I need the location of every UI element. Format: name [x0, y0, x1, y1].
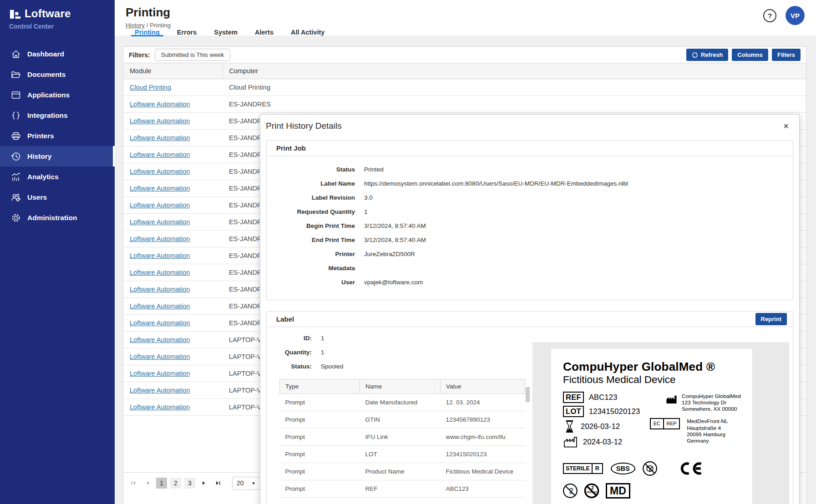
tab-all-activity[interactable]: All Activity [287, 29, 328, 36]
sidebar-item-administration[interactable]: Administration [0, 207, 115, 228]
sidebar-item-applications[interactable]: Applications [0, 85, 115, 105]
prompt-table-scrollbar[interactable] [526, 387, 530, 402]
label-quantity-row: Quantity: 1 [279, 348, 525, 357]
last-page-button[interactable] [213, 478, 223, 489]
sidebar-item-label: Applications [27, 91, 70, 99]
refresh-button[interactable]: Refresh [686, 49, 728, 61]
module-link[interactable]: Loftware Automation [130, 235, 190, 242]
module-cell: Loftware Automation [123, 332, 223, 348]
printer-icon [10, 131, 21, 141]
preview-brand-subtitle: Fictitious Medical Device [563, 373, 752, 386]
label-preview: CompuHyper GlobalMed ® Fictitious Medica… [551, 349, 752, 504]
lot-row: LOT 123415020123 [563, 406, 650, 417]
sidebar-item-users[interactable]: Users [0, 187, 115, 207]
topbar: Printing History / Printing ? VP [115, 0, 816, 29]
module-link[interactable]: Loftware Automation [130, 387, 190, 394]
sidebar-item-documents[interactable]: Documents [0, 64, 115, 85]
module-link[interactable]: Loftware Automation [130, 370, 190, 377]
module-link[interactable]: Loftware Automation [130, 185, 190, 192]
breadcrumb-history-link[interactable]: History [126, 22, 145, 29]
symbols-row-2: 2 2 STERILIZE [563, 483, 752, 499]
field-metadata: Metadata [267, 264, 793, 272]
module-link[interactable]: Loftware Automation [130, 117, 190, 125]
sidebar-item-integrations[interactable]: Integrations [0, 105, 115, 126]
tabs-bar: Printing Errors System Alerts All Activi… [115, 29, 816, 36]
module-link[interactable]: Loftware Automation [130, 151, 190, 158]
help-icon[interactable]: ? [763, 9, 776, 22]
first-page-button[interactable] [128, 478, 139, 489]
module-cell: Loftware Automation [123, 231, 223, 247]
app-name: Loftware [25, 7, 71, 20]
tab-system[interactable]: System [210, 29, 241, 36]
sidebar-item-analytics[interactable]: Analytics [0, 166, 115, 187]
module-cell: Loftware Automation [123, 399, 223, 416]
gear-icon [10, 212, 21, 223]
chevron-down-icon: ▼ [251, 481, 256, 486]
ec-rep-icon: EC REP [650, 418, 680, 429]
prompt-row: PromptLOT123415020123 [280, 446, 525, 463]
module-cell: Loftware Automation [123, 163, 223, 180]
module-link[interactable]: Loftware Automation [130, 336, 190, 343]
module-link[interactable]: Loftware Automation [130, 101, 190, 108]
column-header-computer[interactable]: Computer [223, 63, 806, 79]
prompt-name-cell: GTIN [360, 411, 441, 428]
columns-button[interactable]: Columns [732, 49, 768, 61]
module-link[interactable]: Loftware Automation [130, 353, 190, 360]
page-size-select[interactable]: 20 ▼ [232, 477, 260, 490]
sidebar-item-label: Administration [27, 214, 77, 222]
module-link[interactable]: Loftware Automation [130, 286, 190, 293]
module-link[interactable]: Loftware Automation [130, 218, 190, 226]
sidebar-item-printers[interactable]: Printers [0, 126, 115, 146]
prompt-name-cell: IFU Link [360, 428, 441, 446]
breadcrumb: History / Printing [126, 22, 816, 29]
module-link[interactable]: Loftware Automation [130, 134, 190, 141]
field-begin-print-time: Begin Print Time 3/12/2024, 8:57:40 AM [267, 222, 793, 230]
module-cell: Loftware Automation [123, 365, 223, 382]
page-button-2[interactable]: 2 [170, 478, 181, 489]
content-area: Filters: Submitted is This week Refresh [115, 36, 816, 504]
sidebar-item-label: Users [27, 193, 47, 202]
label-preview-container: CompuHyper GlobalMed ® Fictitious Medica… [532, 342, 789, 504]
field-requested-quantity: Requested Quantity 1 [267, 208, 793, 216]
module-link[interactable]: Loftware Automation [130, 168, 190, 175]
tab-printing[interactable]: Printing [131, 29, 163, 36]
module-link[interactable]: Cloud Printing [130, 84, 171, 91]
manufacturer-row: CompuHyper GlobalMed 123 Technology Dr S… [650, 393, 741, 412]
prompt-row: PromptIFU Linkwww.chgm-ifu.com/ifu [280, 428, 525, 446]
tab-alerts[interactable]: Alerts [251, 29, 277, 36]
sidebar-item-dashboard[interactable]: Dashboard [0, 44, 115, 64]
module-cell: Loftware Automation [123, 96, 223, 113]
previous-page-button[interactable] [142, 478, 153, 489]
page-button-3[interactable]: 3 [184, 478, 195, 489]
prompt-row: PromptREFABC123 [280, 480, 525, 498]
avatar[interactable]: VP [786, 6, 805, 25]
module-link[interactable]: Loftware Automation [130, 202, 190, 209]
next-page-button[interactable] [198, 478, 209, 489]
filters-button[interactable]: Filters [772, 49, 801, 61]
module-link[interactable]: Loftware Automation [130, 302, 190, 310]
column-header-module[interactable]: Module [123, 63, 223, 79]
prompt-row: PromptDate Manufactured12. 03. 2024 [280, 394, 525, 411]
app-subtitle: Control Center [9, 23, 115, 30]
prompt-column-name: Name [360, 379, 441, 394]
prompt-value-cell: ABC123 [441, 480, 525, 498]
print-history-details-panel: Print History Details ✕ Print Job Status… [260, 114, 800, 504]
tab-errors[interactable]: Errors [173, 29, 201, 36]
module-link[interactable]: Loftware Automation [130, 319, 190, 327]
filter-chip[interactable]: Submitted is This week [155, 49, 231, 61]
reprint-button[interactable]: Reprint [755, 313, 787, 325]
module-link[interactable]: Loftware Automation [130, 252, 190, 259]
panel-title: Print History Details [266, 121, 342, 131]
svg-text:2: 2 [591, 485, 594, 490]
prompt-table: Type Name Value PromptDate Manufactured1… [279, 379, 525, 498]
module-cell: Loftware Automation [123, 382, 223, 399]
sidebar-item-history[interactable]: History [0, 146, 115, 166]
page-button-1[interactable]: 1 [156, 478, 167, 489]
sidebar-item-label: Documents [27, 71, 66, 79]
field-label-name: Label Name https://demosystem.onnicelabe… [267, 180, 793, 188]
table-row: Loftware AutomationES-JANDRES [123, 96, 806, 113]
sidebar-item-label: Printers [27, 132, 54, 140]
module-link[interactable]: Loftware Automation [130, 403, 190, 411]
module-link[interactable]: Loftware Automation [130, 269, 190, 276]
close-icon[interactable]: ✕ [781, 122, 792, 131]
